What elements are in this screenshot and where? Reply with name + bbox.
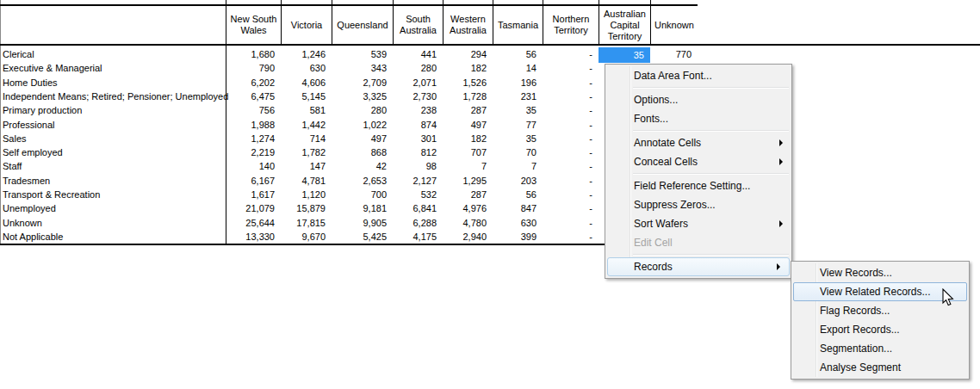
data-cell[interactable]: 630: [493, 215, 537, 229]
column-header[interactable]: Australian Capital Territory: [599, 6, 650, 44]
data-cell[interactable]: -: [543, 230, 592, 244]
row-label[interactable]: Staff: [3, 159, 223, 173]
data-cell[interactable]: 6,475: [226, 90, 275, 103]
data-cell[interactable]: -: [543, 76, 592, 90]
data-cell[interactable]: 1,782: [282, 145, 326, 159]
row-label[interactable]: Unknown: [3, 215, 223, 229]
data-cell[interactable]: -: [543, 159, 592, 173]
row-label[interactable]: Tradesmen: [3, 174, 223, 188]
selected-cell[interactable]: 35: [599, 47, 650, 63]
data-cell[interactable]: 1,526: [443, 76, 487, 90]
data-cell[interactable]: 4,606: [282, 76, 326, 90]
menu-item-conceal-cells[interactable]: Conceal Cells: [605, 152, 791, 171]
data-cell[interactable]: 1,246: [282, 47, 326, 61]
data-cell[interactable]: 1,728: [443, 90, 487, 103]
data-cell[interactable]: -: [543, 201, 592, 215]
data-cell[interactable]: 770: [651, 47, 692, 61]
data-cell[interactable]: 280: [332, 103, 387, 117]
data-cell[interactable]: 7: [443, 159, 487, 173]
menu-item-suppress-zeros[interactable]: Suppress Zeros...: [605, 195, 791, 214]
data-cell[interactable]: 14: [493, 61, 537, 75]
data-cell[interactable]: 756: [226, 103, 275, 117]
data-cell[interactable]: 301: [394, 132, 437, 145]
data-cell[interactable]: 1,274: [226, 132, 275, 145]
data-cell[interactable]: 2,071: [394, 76, 437, 90]
menu-item-sort-wafers[interactable]: Sort Wafers: [605, 214, 791, 233]
row-label[interactable]: Professional: [3, 117, 223, 131]
data-cell[interactable]: 1,988: [226, 117, 275, 131]
data-cell[interactable]: 7: [493, 159, 537, 173]
data-cell[interactable]: 35: [493, 103, 537, 117]
data-cell[interactable]: 343: [332, 61, 387, 75]
row-label[interactable]: Home Duties: [3, 76, 223, 90]
data-cell[interactable]: -: [543, 103, 592, 117]
data-cell[interactable]: 874: [394, 117, 437, 131]
row-label[interactable]: Sales: [3, 132, 223, 145]
data-cell[interactable]: 56: [493, 188, 537, 201]
data-cell[interactable]: 70: [493, 145, 537, 159]
data-cell[interactable]: 35: [493, 132, 537, 145]
data-cell[interactable]: 3,325: [332, 90, 387, 103]
menu-item-records[interactable]: Records: [607, 257, 790, 276]
row-label[interactable]: Clerical: [3, 47, 223, 61]
data-cell[interactable]: 812: [394, 145, 437, 159]
menu-item-annotate-cells[interactable]: Annotate Cells: [605, 133, 791, 152]
data-cell[interactable]: 399: [493, 230, 537, 244]
data-cell[interactable]: 13,330: [226, 230, 275, 244]
data-cell[interactable]: 630: [282, 61, 326, 75]
data-cell[interactable]: 140: [226, 159, 275, 173]
menu-item-data-area-font[interactable]: Data Area Font...: [605, 66, 791, 85]
data-cell[interactable]: 5,145: [282, 90, 326, 103]
data-cell[interactable]: 42: [332, 159, 387, 173]
data-cell[interactable]: 56: [493, 47, 537, 61]
data-cell[interactable]: 9,670: [282, 230, 326, 244]
data-cell[interactable]: 203: [493, 174, 537, 188]
data-cell[interactable]: 287: [443, 103, 487, 117]
data-cell[interactable]: 581: [282, 103, 326, 117]
data-cell[interactable]: -: [543, 188, 592, 201]
data-cell[interactable]: 77: [493, 117, 537, 131]
menu-item-fonts[interactable]: Fonts...: [605, 109, 791, 128]
column-header[interactable]: Northern Territory: [543, 6, 599, 44]
data-cell[interactable]: 497: [332, 132, 387, 145]
data-cell[interactable]: -: [543, 145, 592, 159]
data-cell[interactable]: 2,940: [443, 230, 487, 244]
data-cell[interactable]: 532: [394, 188, 437, 201]
data-cell[interactable]: 1,120: [282, 188, 326, 201]
data-cell[interactable]: 294: [443, 47, 487, 61]
data-cell[interactable]: 868: [332, 145, 387, 159]
data-cell[interactable]: 4,976: [443, 201, 487, 215]
menu-item-view-records[interactable]: View Records...: [791, 263, 969, 282]
data-cell[interactable]: 182: [443, 61, 487, 75]
data-cell[interactable]: 5,425: [332, 230, 387, 244]
row-label[interactable]: Unemployed: [3, 201, 223, 215]
menu-item-analyse-segment[interactable]: Analyse Segment: [791, 358, 969, 377]
data-cell[interactable]: 98: [394, 159, 437, 173]
data-cell[interactable]: 1,295: [443, 174, 487, 188]
data-cell[interactable]: 280: [394, 61, 437, 75]
data-cell[interactable]: -: [543, 47, 592, 61]
data-cell[interactable]: 6,167: [226, 174, 275, 188]
data-cell[interactable]: 4,781: [282, 174, 326, 188]
column-header[interactable]: South Australia: [394, 6, 443, 44]
data-cell[interactable]: -: [543, 174, 592, 188]
data-cell[interactable]: 238: [394, 103, 437, 117]
column-header[interactable]: Unknown: [651, 6, 698, 44]
data-cell[interactable]: 196: [493, 76, 537, 90]
data-cell[interactable]: 9,905: [332, 215, 387, 229]
column-header[interactable]: Western Australia: [443, 6, 493, 44]
data-cell[interactable]: 2,709: [332, 76, 387, 90]
data-cell[interactable]: 441: [394, 47, 437, 61]
row-label[interactable]: Transport & Recreation: [3, 188, 223, 201]
column-header[interactable]: Victoria: [282, 6, 332, 44]
data-cell[interactable]: 2,653: [332, 174, 387, 188]
data-cell[interactable]: 147: [282, 159, 326, 173]
row-label[interactable]: Primary production: [3, 103, 223, 117]
data-cell[interactable]: -: [543, 132, 592, 145]
data-cell[interactable]: 21,079: [226, 201, 275, 215]
data-cell[interactable]: 2,219: [226, 145, 275, 159]
data-cell[interactable]: 2,730: [394, 90, 437, 103]
row-label[interactable]: Self employed: [3, 145, 223, 159]
data-cell[interactable]: 15,879: [282, 201, 326, 215]
data-cell[interactable]: 847: [493, 201, 537, 215]
